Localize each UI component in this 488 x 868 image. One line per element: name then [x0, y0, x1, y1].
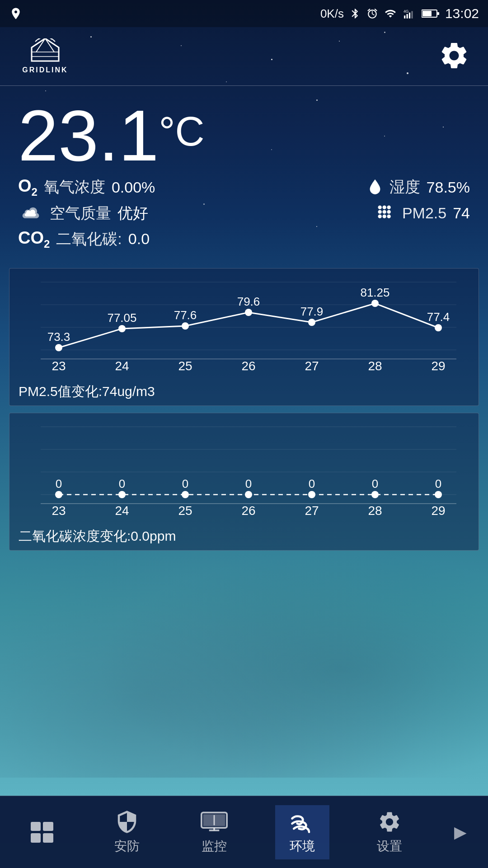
- pm25-point-3: [245, 309, 252, 316]
- weather-section: 23.1 °C O2 氧气浓度 0.00% 湿度 78.5%: [0, 86, 488, 259]
- air-quality-label: 空气质量: [50, 203, 111, 224]
- settings-button[interactable]: [438, 40, 470, 73]
- svg-text:79.6: 79.6: [237, 295, 260, 308]
- co2-point-3: [245, 491, 252, 498]
- svg-text:81.25: 81.25: [360, 286, 389, 299]
- monitor-icon: [201, 810, 228, 834]
- svg-rect-0: [404, 15, 405, 19]
- air-quality-item: 空气质量 优好: [18, 203, 148, 224]
- co2-point-4: [308, 491, 315, 498]
- svg-text:77.05: 77.05: [107, 311, 136, 325]
- svg-rect-7: [437, 12, 439, 15]
- oxygen-label: 氧气浓度: [44, 177, 105, 198]
- pm25-point-1: [118, 325, 126, 332]
- pm25-item: PM2.5 74: [376, 204, 470, 222]
- svg-rect-1: [406, 14, 408, 19]
- nav-arrow[interactable]: ▶: [450, 818, 471, 846]
- temperature-value: 23.1: [18, 99, 159, 172]
- nav-monitor-label: 监控: [202, 838, 227, 855]
- svg-text:23: 23: [52, 359, 66, 373]
- co2-value: 0.0: [128, 230, 150, 248]
- co2-chart-title: 二氧化碳浓度变化:0.0ppm: [19, 527, 469, 546]
- svg-rect-6: [422, 11, 432, 16]
- nav-environment[interactable]: 环境: [275, 805, 329, 859]
- time-display: 13:02: [445, 6, 479, 21]
- humidity-icon: [367, 178, 383, 196]
- pm25-point-4: [308, 319, 315, 326]
- pm25-icon: [376, 204, 396, 222]
- svg-text:29: 29: [431, 359, 445, 373]
- svg-text:27: 27: [305, 359, 319, 373]
- svg-rect-2: [409, 13, 410, 19]
- svg-point-21: [387, 214, 390, 218]
- svg-text:26: 26: [241, 504, 255, 518]
- humidity-value: 78.5%: [427, 179, 470, 196]
- svg-text:23: 23: [52, 504, 66, 518]
- nav-settings[interactable]: 设置: [363, 805, 416, 859]
- svg-text:28: 28: [368, 359, 382, 373]
- pm25-label: PM2.5: [402, 204, 446, 222]
- svg-text:29: 29: [431, 504, 445, 518]
- svg-text:77.9: 77.9: [300, 305, 324, 318]
- co2-icon: CO2: [18, 228, 50, 250]
- security-icon: [115, 810, 139, 834]
- o2-icon: O2: [18, 176, 38, 198]
- air-quality-icon: [18, 204, 43, 222]
- header: GRIDLINK: [0, 27, 488, 86]
- pm25-point-2: [182, 322, 189, 330]
- pm25-point-0: [55, 344, 62, 351]
- nav-security[interactable]: 安防: [101, 805, 153, 859]
- svg-text:24: 24: [115, 359, 129, 373]
- environment-icon: [289, 810, 316, 834]
- svg-text:0: 0: [245, 477, 252, 491]
- temperature-display: 23.1 °C: [18, 99, 470, 172]
- svg-text:24: 24: [115, 504, 129, 518]
- svg-point-19: [378, 214, 381, 218]
- air-quality-value: 优好: [117, 203, 148, 224]
- alarm-icon: [366, 8, 378, 19]
- bottom-nav: 安防 监控 环境: [0, 796, 488, 868]
- co2-point-2: [182, 491, 189, 498]
- svg-text:0: 0: [309, 477, 315, 491]
- svg-text:77.6: 77.6: [174, 308, 197, 322]
- co2-chart-svg: 0 0 0 0 0 0 0 23 24 25 26 27 28 29: [19, 422, 469, 522]
- co2-label: 二氧化碳:: [56, 229, 122, 250]
- co2-item: CO2 二氧化碳: 0.0: [18, 228, 150, 250]
- co2-point-5: [371, 491, 379, 498]
- svg-text:77.4: 77.4: [427, 310, 450, 324]
- svg-text:GRIDLINK: GRIDLINK: [22, 66, 68, 74]
- svg-text:0: 0: [56, 477, 62, 491]
- co2-chart-container: 0 0 0 0 0 0 0 23 24 25 26 27 28 29 二氧化碳浓…: [9, 413, 479, 551]
- humidity-item: 湿度 78.5%: [367, 177, 470, 198]
- status-right: 0K/s 4G: [320, 6, 479, 21]
- logo-svg: GRIDLINK: [18, 38, 72, 75]
- nav-security-label: 安防: [114, 838, 140, 855]
- logo-area: GRIDLINK: [18, 38, 72, 75]
- svg-text:27: 27: [305, 504, 319, 518]
- wifi-icon: [384, 8, 397, 19]
- pm25-chart-svg: 73.3 77.05 77.6 79.6 77.9 81.25 77.4 23 …: [19, 278, 469, 377]
- bluetooth-icon: [349, 8, 361, 19]
- info-row-3: CO2 二氧化碳: 0.0: [18, 228, 470, 250]
- pm25-point-6: [435, 324, 442, 331]
- co2-point-0: [55, 491, 62, 498]
- location-icon: [9, 7, 23, 20]
- home-grid-icon: [31, 822, 53, 843]
- svg-text:25: 25: [178, 359, 192, 373]
- svg-point-15: [387, 205, 390, 209]
- nav-environment-label: 环境: [290, 838, 315, 855]
- svg-line-8: [36, 38, 45, 52]
- svg-text:0: 0: [182, 477, 188, 491]
- pm25-point-5: [371, 300, 379, 307]
- nav-home[interactable]: [17, 817, 67, 847]
- co2-point-6: [435, 491, 442, 498]
- svg-text:0: 0: [119, 477, 125, 491]
- info-row-2: 空气质量 优好 PM2.5 74: [18, 203, 470, 224]
- info-row-1: O2 氧气浓度 0.00% 湿度 78.5%: [18, 176, 470, 198]
- svg-rect-3: [411, 11, 413, 19]
- pm25-value: 74: [453, 204, 470, 222]
- oxygen-item: O2 氧气浓度 0.00%: [18, 176, 155, 198]
- svg-point-20: [382, 214, 386, 218]
- svg-text:28: 28: [368, 504, 382, 518]
- nav-monitor[interactable]: 监控: [187, 805, 241, 859]
